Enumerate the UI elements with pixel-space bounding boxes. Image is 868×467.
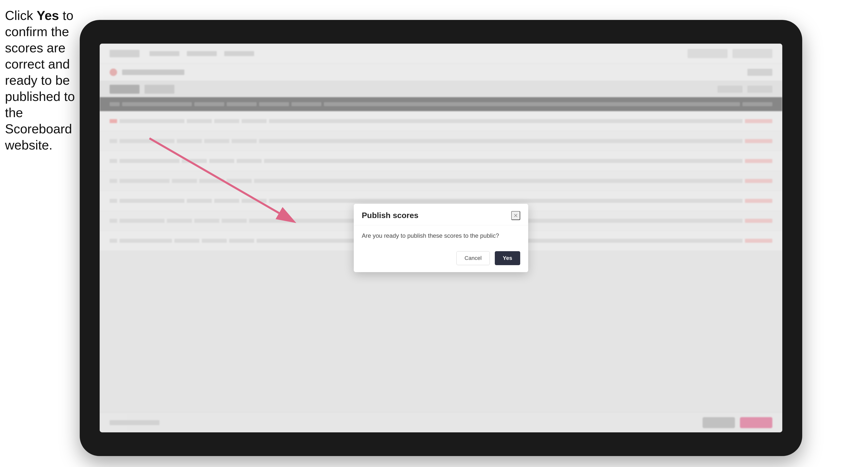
instruction-text-suffix: to confirm the scores are correct and re… [5,8,75,152]
tablet-device: Publish scores × Are you ready to publis… [80,20,802,456]
instruction-text: Click Yes to confirm the scores are corr… [5,7,77,153]
yes-button[interactable]: Yes [495,251,520,265]
modal-footer: Cancel Yes [354,246,528,272]
cancel-button[interactable]: Cancel [457,251,490,265]
modal-body: Are you ready to publish these scores to… [354,225,528,246]
publish-scores-modal: Publish scores × Are you ready to publis… [354,204,528,272]
modal-header: Publish scores × [354,204,528,225]
instruction-bold: Yes [37,8,59,23]
modal-close-button[interactable]: × [511,211,520,220]
modal-overlay: Publish scores × Are you ready to publis… [100,43,782,432]
modal-title: Publish scores [362,211,418,220]
instruction-text-prefix: Click [5,8,37,23]
modal-message: Are you ready to publish these scores to… [362,232,520,239]
tablet-screen: Publish scores × Are you ready to publis… [100,43,782,432]
